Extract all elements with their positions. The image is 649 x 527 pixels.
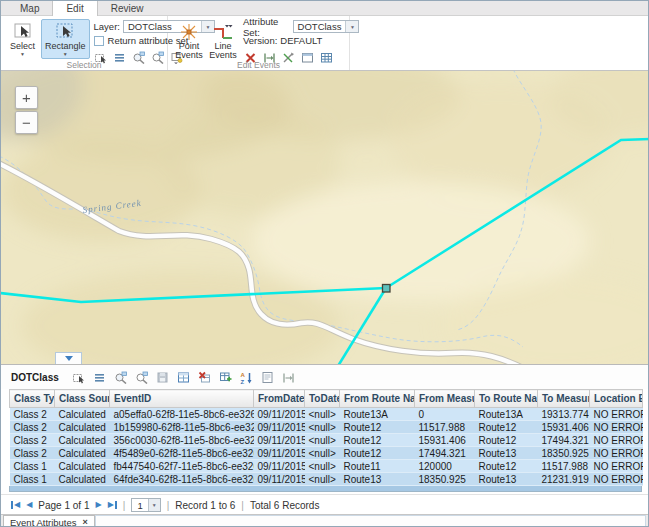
attribute-set-dropdown[interactable]: DOTClass ▼ (293, 20, 360, 33)
sort-icon[interactable]: AZ (240, 370, 254, 384)
column-header[interactable]: To Route Name (475, 390, 538, 408)
table-cell[interactable]: Route11 (340, 460, 415, 473)
table-cell[interactable]: Route13 (475, 473, 538, 486)
table-cell[interactable]: 4f5489e0-62f8-11e5-8bc6-ee32641d5ec9 (110, 447, 254, 460)
zoom-out-button[interactable]: − (15, 111, 38, 134)
table-cell[interactable]: Route12 (475, 434, 538, 447)
route-junction-vertex[interactable] (383, 285, 391, 293)
column-header[interactable]: To Measure (538, 390, 590, 408)
table-cell[interactable]: NO ERROR (590, 460, 643, 473)
table-cell[interactable]: Route13 (340, 473, 415, 486)
table-cell[interactable]: 64fde340-62f8-11e5-8bc6-ee32641d5ec9 (110, 473, 254, 486)
save-icon[interactable] (156, 370, 170, 384)
first-page-button[interactable]: ◀ (11, 501, 20, 509)
table-cell[interactable]: <null> (305, 408, 340, 421)
tab-edit[interactable]: Edit (52, 0, 97, 16)
chevron-down-icon[interactable]: ▼ (148, 499, 160, 511)
table-cell[interactable]: Calculated (55, 447, 110, 460)
column-header[interactable]: From Route Name (340, 390, 415, 408)
table-cell[interactable]: 19313.774 (538, 408, 590, 421)
table-cell[interactable]: 09/11/2015 (254, 473, 305, 486)
table-cell[interactable]: Route13A (475, 408, 538, 421)
table-cell[interactable]: Route12 (340, 434, 415, 447)
column-header[interactable]: From Measure (415, 390, 475, 408)
table-cell[interactable]: NO ERROR (590, 473, 643, 486)
close-icon[interactable]: × (83, 517, 88, 527)
table-cell[interactable]: Calculated (55, 473, 110, 486)
table-cell[interactable]: Route12 (340, 447, 415, 460)
table-cell[interactable]: Class 1 (10, 460, 55, 473)
table-cell[interactable]: 15931.406 (538, 421, 590, 434)
table-cell[interactable]: 11517.988 (538, 460, 590, 473)
table-cell[interactable]: 1b159980-62f8-11e5-8bc6-ee32641d5ec9 (110, 421, 254, 434)
table-row[interactable]: Class 2Calculated356c0030-62f8-11e5-8bc6… (10, 434, 643, 447)
table-cell[interactable]: <null> (305, 473, 340, 486)
table-row[interactable]: Class 1Calculated64fde340-62f8-11e5-8bc6… (10, 473, 643, 486)
table-cell[interactable]: 17494.321 (415, 447, 475, 460)
attribute-window-icon[interactable] (177, 370, 191, 384)
options-menu-icon[interactable] (93, 370, 107, 384)
chevron-down-icon[interactable]: ▼ (345, 21, 358, 32)
table-cell[interactable]: Class 2 (10, 434, 55, 447)
page-number-dropdown[interactable]: 1 ▼ (131, 498, 160, 512)
select-tool-button[interactable]: Select ▼ (6, 19, 39, 59)
table-cell[interactable]: <null> (305, 447, 340, 460)
column-header[interactable]: FromDate (254, 390, 305, 408)
table-cell[interactable]: 15931.406 (415, 434, 475, 447)
point-events-button[interactable]: Point Events (173, 19, 205, 64)
map-canvas[interactable]: Spring Creek + − (1, 71, 648, 365)
column-header[interactable]: ToDate (305, 390, 340, 408)
table-row[interactable]: Class 2Calculateda05effa0-62f8-11e5-8bc6… (10, 408, 643, 421)
show-form-icon[interactable] (261, 370, 275, 384)
table-cell[interactable]: 11517.988 (415, 421, 475, 434)
table-cell[interactable]: 0 (415, 408, 475, 421)
table-row[interactable]: Class 2Calculated4f5489e0-62f8-11e5-8bc6… (10, 447, 643, 460)
table-cell[interactable]: 17494.321 (538, 434, 590, 447)
table-cell[interactable]: <null> (305, 421, 340, 434)
table-cell[interactable]: Route12 (475, 421, 538, 434)
table-cell[interactable]: Calculated (55, 460, 110, 473)
table-cell[interactable]: Route12 (340, 421, 415, 434)
table-cell[interactable]: Route13A (340, 408, 415, 421)
panel-collapse-button[interactable] (55, 352, 82, 364)
table-cell[interactable]: NO ERROR (590, 434, 643, 447)
table-cell[interactable]: 21231.919 (538, 473, 590, 486)
column-header[interactable]: Class Source (55, 390, 110, 408)
rectangle-tool-button[interactable]: Rectangle ▼ (41, 19, 90, 59)
table-cell[interactable]: <null> (305, 434, 340, 447)
table-cell[interactable]: Calculated (55, 408, 110, 421)
tab-event-attributes[interactable]: Event Attributes × (3, 515, 95, 527)
next-page-button[interactable]: ▶ (95, 501, 101, 509)
table-cell[interactable]: 120000 (415, 460, 475, 473)
table-cell[interactable]: 09/11/2015 (254, 460, 305, 473)
table-row[interactable]: Class 2Calculated1b159980-62f8-11e5-8bc6… (10, 421, 643, 434)
column-header[interactable]: Class Type (10, 390, 55, 408)
table-cell[interactable]: Calculated (55, 421, 110, 434)
last-page-button[interactable]: ▶ (108, 501, 117, 509)
table-cell[interactable]: 356c0030-62f8-11e5-8bc6-ee32641d5ec9 (110, 434, 254, 447)
table-cell[interactable]: Route13 (475, 447, 538, 460)
return-attribute-set-checkbox[interactable] (94, 36, 104, 46)
tab-map[interactable]: Map (7, 1, 52, 15)
table-cell[interactable]: Class 2 (10, 421, 55, 434)
table-cell[interactable]: 09/11/2015 (254, 421, 305, 434)
table-cell[interactable]: NO ERROR (590, 447, 643, 460)
table-cell[interactable]: 18350.925 (415, 473, 475, 486)
table-cell[interactable]: a05effa0-62f8-11e5-8bc6-ee32641d5ec9 (110, 408, 254, 421)
measure-icon[interactable] (282, 370, 296, 384)
table-row[interactable]: Class 1Calculatedfb447540-62f7-11e5-8bc6… (10, 460, 643, 473)
previous-page-button[interactable]: ◀ (26, 501, 32, 509)
pan-to-selected-icon[interactable] (135, 370, 149, 384)
table-cell[interactable]: Calculated (55, 434, 110, 447)
table-cell[interactable]: 09/11/2015 (254, 447, 305, 460)
column-header[interactable]: Location Error (590, 390, 643, 408)
table-cell[interactable]: Class 2 (10, 408, 55, 421)
table-cell[interactable]: NO ERROR (590, 421, 643, 434)
line-events-button[interactable]: Line Events (207, 19, 239, 64)
table-cell[interactable]: <null> (305, 460, 340, 473)
table-cell[interactable]: 09/11/2015 (254, 434, 305, 447)
grid-scrollbar-strip[interactable] (9, 486, 642, 492)
table-cell[interactable]: Class 1 (10, 473, 55, 486)
table-cell[interactable]: NO ERROR (590, 408, 643, 421)
delete-records-icon[interactable] (198, 370, 212, 384)
